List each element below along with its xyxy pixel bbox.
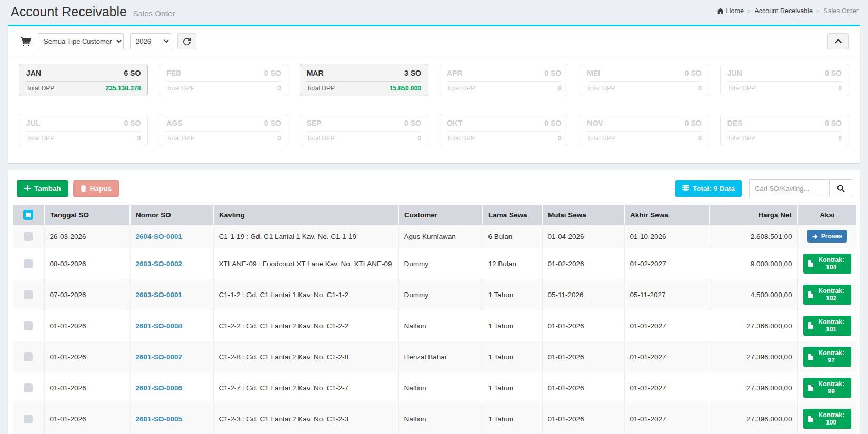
kontrak-button[interactable]: Kontrak: 99 [803, 378, 852, 398]
add-button[interactable]: Tambah [17, 180, 68, 197]
total-dpp-label: Total DPP [727, 85, 755, 92]
search-group [749, 179, 852, 197]
month-card-mar[interactable]: MAR 3 SO Total DPP 15.850.000 [300, 64, 428, 96]
cell-customer: Dummy [398, 248, 483, 279]
so-number-link[interactable]: 2601-SO-0008 [136, 322, 183, 330]
cell-customer: Agus Kurniawan [398, 225, 483, 248]
month-card-top: JUL 0 SO [26, 119, 141, 127]
kontrak-button[interactable]: Kontrak: 101 [803, 316, 852, 336]
toolbar-left: Tambah Hapus [17, 180, 119, 197]
month-card-jul[interactable]: JUL 0 SO Total DPP 0 [19, 114, 148, 146]
month-card-divider [307, 81, 421, 82]
kontrak-button[interactable]: Kontrak: 100 [803, 409, 852, 429]
so-number-link[interactable]: 2604-SO-0001 [136, 233, 183, 240]
collapse-panel-button[interactable] [827, 33, 849, 49]
page-title: Account Receivable Sales Order [11, 4, 175, 19]
month-card-divider [727, 81, 842, 82]
cell-kavling: C1-1-19 : Gd. C1 Lantai 1 Kav. No. C1-1-… [213, 225, 398, 248]
proses-button[interactable]: Proses [807, 230, 847, 243]
month-card-bottom: Total DPP 0 [307, 135, 421, 142]
month-card-des[interactable]: DES 0 SO Total DPP 0 [720, 114, 849, 146]
month-card-jun[interactable]: JUN 0 SO Total DPP 0 [720, 64, 849, 96]
month-card-apr[interactable]: APR 0 SO Total DPP 0 [440, 64, 568, 96]
cell-mulai-sewa: 01-01-2026 [542, 372, 624, 403]
row-checkbox[interactable] [24, 232, 33, 241]
refresh-button[interactable] [177, 33, 196, 49]
cell-tanggal-so: 08-03-2026 [44, 248, 130, 279]
sales-order-table: Tanggal SO Nomor SO Kavling Customer Lam… [13, 205, 856, 434]
col-aksi: Aksi [797, 205, 856, 225]
search-button[interactable] [829, 179, 852, 197]
table-row: 26-03-2026 2604-SO-0001 C1-1-19 : Gd. C1… [13, 225, 856, 248]
select-all-checkbox[interactable] [23, 210, 33, 220]
cell-mulai-sewa: 01-01-2026 [542, 310, 624, 341]
row-checkbox[interactable] [24, 383, 33, 392]
total-dpp-label: Total DPP [307, 85, 335, 92]
row-checkbox-cell [13, 341, 44, 372]
month-card-okt[interactable]: OKT 0 SO Total DPP 0 [440, 114, 568, 146]
cell-mulai-sewa: 01-02-2026 [542, 248, 624, 279]
month-card-bottom: Total DPP 0 [447, 85, 561, 92]
col-lama-sewa: Lama Sewa [483, 205, 542, 225]
so-number-link[interactable]: 2603-SO-0002 [136, 260, 183, 268]
month-name: DES [727, 119, 743, 127]
kontrak-button[interactable]: Kontrak: 97 [803, 347, 852, 367]
month-card-nov[interactable]: NOV 0 SO Total DPP 0 [580, 114, 709, 146]
row-checkbox[interactable] [24, 290, 33, 299]
row-checkbox[interactable] [24, 321, 33, 330]
month-card-bottom: Total DPP 0 [26, 135, 141, 142]
so-number-link[interactable]: 2601-SO-0005 [136, 415, 183, 423]
col-nomor-so: Nomor SO [130, 205, 213, 225]
cell-customer: Naflion [398, 310, 483, 341]
kontrak-button[interactable]: Kontrak: 104 [803, 254, 852, 274]
month-card-sep[interactable]: SEP 0 SO Total DPP 0 [300, 114, 428, 146]
kontrak-button[interactable]: Kontrak: 102 [803, 285, 852, 305]
refresh-icon [183, 38, 191, 45]
cell-akhir-sewa: 01-10-2026 [624, 225, 710, 248]
breadcrumb-parent-link[interactable]: Account Receivable [754, 7, 812, 15]
cell-aksi: Kontrak: 104 [797, 248, 856, 279]
cell-aksi: Kontrak: 99 [797, 372, 856, 403]
row-checkbox[interactable] [24, 352, 33, 361]
col-mulai-sewa: Mulai Sewa [542, 205, 624, 225]
cell-nomor-so: 2601-SO-0006 [130, 372, 213, 403]
cell-nomor-so: 2601-SO-0005 [130, 403, 213, 434]
month-card-ags[interactable]: AGS 0 SO Total DPP 0 [159, 114, 288, 146]
so-number-link[interactable]: 2601-SO-0006 [136, 384, 183, 392]
month-card-jan[interactable]: JAN 6 SO Total DPP 235.138.378 [19, 64, 148, 96]
customer-type-select[interactable]: Semua Tipe Customer [38, 33, 124, 49]
cell-kavling: C1-2-2 : Gd. C1 Lantai 2 Kav. No. C1-2-2 [213, 310, 398, 341]
so-number-link[interactable]: 2601-SO-0007 [136, 353, 183, 361]
year-select[interactable]: 2026 [130, 33, 171, 49]
col-akhir-sewa: Akhir Sewa [624, 205, 710, 225]
month-card-feb[interactable]: FEB 0 SO Total DPP 0 [159, 64, 288, 96]
total-dpp-label: Total DPP [26, 135, 54, 142]
month-card-top: OKT 0 SO [447, 119, 561, 127]
row-checkbox-cell [13, 310, 44, 341]
row-checkbox-cell [13, 372, 44, 403]
month-card-divider [447, 81, 561, 82]
table-toolbar: Tambah Hapus Total: 9 Data [13, 175, 855, 205]
cell-harga-net: 27.396.000,00 [710, 341, 797, 372]
month-card-bottom: Total DPP 0 [587, 135, 701, 142]
row-checkbox[interactable] [24, 259, 33, 268]
breadcrumb-home-link[interactable]: Home [717, 7, 744, 15]
plus-icon [24, 185, 31, 191]
cell-customer: Dummy [398, 279, 483, 310]
month-card-mei[interactable]: MEI 0 SO Total DPP 0 [580, 64, 709, 96]
cell-harga-net: 2.608.501,00 [710, 225, 797, 248]
month-so-count: 0 SO [544, 119, 561, 127]
month-name: FEB [166, 69, 181, 77]
total-dpp-value: 0 [558, 135, 562, 142]
month-so-count: 0 SO [544, 69, 561, 77]
search-input[interactable] [749, 179, 829, 197]
delete-button[interactable]: Hapus [73, 180, 119, 197]
row-checkbox[interactable] [24, 415, 33, 423]
month-card-bottom: Total DPP 0 [447, 135, 561, 142]
month-card-bottom: Total DPP 0 [727, 85, 842, 92]
row-checkbox-cell [13, 225, 44, 248]
month-so-count: 0 SO [685, 119, 702, 127]
cell-aksi: Kontrak: 101 [797, 310, 856, 341]
cell-aksi: Kontrak: 97 [797, 341, 856, 372]
so-number-link[interactable]: 2603-SO-0001 [136, 291, 183, 299]
